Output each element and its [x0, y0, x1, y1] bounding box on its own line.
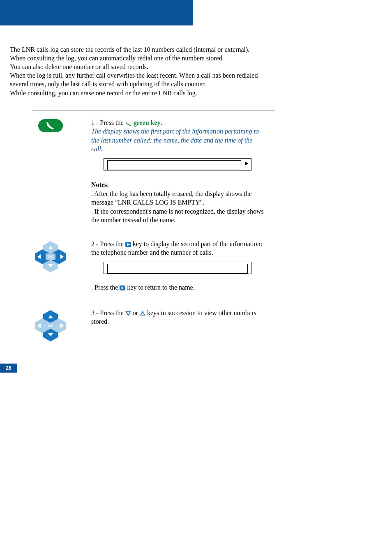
nav-up-arrow-icon [140, 311, 145, 316]
notes-line: . If the correspondent's name is not rec… [91, 207, 264, 225]
step1-instruction: 1 - Press the green key. [91, 118, 264, 127]
right-arrow-icon [244, 161, 249, 166]
step1-description: The display shows the first part of the … [91, 127, 264, 153]
nav-ok-label: OK [48, 255, 53, 259]
intro-line: While consulting, you can erase one reco… [10, 89, 273, 97]
navigator-pad-icon: OK [34, 240, 67, 273]
intro-line: The LNR calls log can store the records … [10, 45, 273, 54]
notes-line: . After the log has been totally eraseed… [91, 189, 264, 207]
nav-down-arrow-icon [125, 311, 131, 316]
nav-left-arrow-icon [120, 286, 125, 290]
nav-right-arrow-icon [125, 242, 131, 247]
navigator-pad-icon: OK [34, 309, 67, 342]
lcd-display-inner [107, 160, 241, 170]
step3-instruction: 3 - Press the or keys in succession to v… [91, 309, 264, 326]
step2-return-line: . Press the key to return to the name. [91, 283, 264, 292]
intro-line: When consulting the log, you can automat… [10, 54, 273, 62]
notes-heading: Notes: [91, 180, 264, 189]
phone-handset-icon [125, 121, 132, 126]
intro-line: When the log is full, any further call o… [10, 71, 273, 88]
intro-line: You can also delete one number or all sa… [10, 62, 273, 71]
page-number-badge: 28 [0, 364, 17, 373]
lcd-display-inner [107, 264, 248, 274]
lcd-display-frame [104, 158, 251, 170]
intro-paragraph: The LNR calls log can store the records … [10, 45, 273, 97]
svg-text:OK: OK [48, 324, 53, 328]
section-separator [32, 111, 274, 111]
step2-instruction: 2 - Press the key to display the second … [91, 240, 264, 257]
green-phone-key-icon [38, 119, 63, 132]
page-header-bar [0, 0, 193, 25]
lcd-display-frame [104, 262, 251, 274]
